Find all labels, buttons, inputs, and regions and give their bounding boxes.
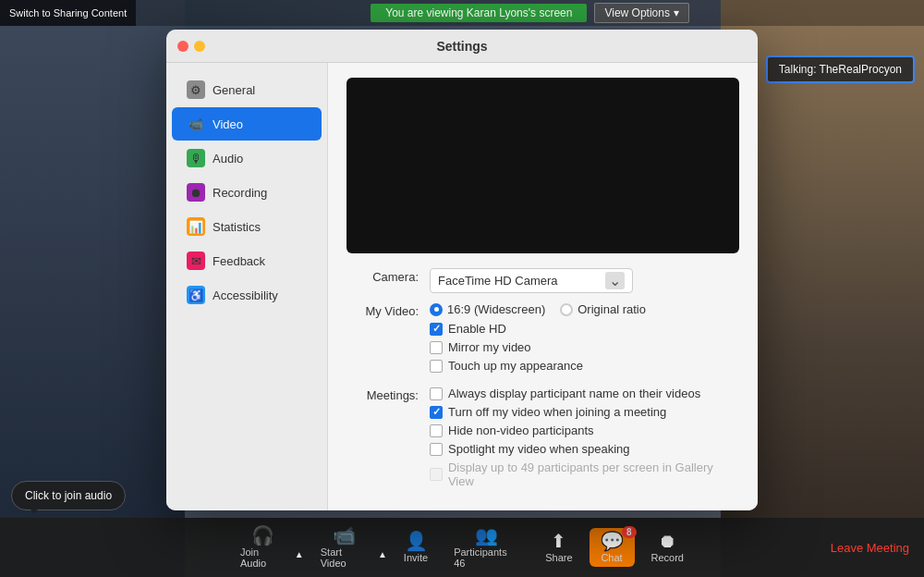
toolbar-right: Leave Meeting [831,541,909,555]
close-button[interactable] [177,41,188,52]
touch-up-label: Touch up my appearance [448,359,583,373]
view-options-button[interactable]: View Options ▾ [594,3,688,23]
talking-badge: Talking: TheRealProcyon [766,55,915,83]
camera-label: Camera: [346,268,430,284]
toolbar: 🎧 Join Audio ▲ 📹 Start Video ▲ 👤 Invite … [0,518,924,577]
share-label: Share [545,552,572,563]
settings-content: Camera: FaceTime HD Camera ⌄ My Video: [328,63,758,510]
meetings-row: Meetings: Always display participant nam… [346,387,739,493]
start-video-button[interactable]: 📹 Start Video [311,522,378,572]
mirror-video-option[interactable]: Mirror my video [430,340,739,354]
widescreen-option[interactable]: 16:9 (Widescreen) [430,302,545,316]
camera-select[interactable]: FaceTime HD Camera ⌄ [430,268,633,293]
share-icon: ⬆ [551,532,566,550]
sidebar-label-accessibility: Accessibility [213,288,278,302]
camera-select-text: FaceTime HD Camera [438,274,558,288]
sidebar-item-video[interactable]: 📹 Video [172,107,322,141]
invite-icon: 👤 [405,532,428,550]
meetings-label: Meetings: [346,387,430,402]
sidebar-label-feedback: Feedback [213,254,265,268]
sidebar-item-statistics[interactable]: 📊 Statistics [172,210,322,243]
original-ratio-label: Original ratio [578,302,646,316]
sidebar-item-general[interactable]: ⚙ General [172,73,322,106]
toolbar-center: 🎧 Join Audio ▲ 📹 Start Video ▲ 👤 Invite … [231,522,693,572]
spotlight-option[interactable]: Spotlight my video when speaking [430,442,739,456]
record-label: Record [651,552,684,563]
original-ratio-radio[interactable] [560,303,573,316]
my-video-row: My Video: 16:9 (Widescreen) O [346,302,739,377]
feedback-icon: ✉ [187,252,205,270]
record-icon: ⏺ [658,532,676,550]
chat-button[interactable]: 8 💬 Chat [590,528,635,567]
traffic-lights [177,41,205,52]
sidebar-item-audio[interactable]: 🎙 Audio [172,141,322,175]
display-name-option[interactable]: Always display participant name on their… [430,387,739,400]
gallery-view-checkbox [430,468,443,481]
sidebar-item-feedback[interactable]: ✉ Feedback [172,244,322,277]
invite-button[interactable]: 👤 Invite [395,528,437,567]
my-video-controls: 16:9 (Widescreen) Original ratio ✓ E [430,302,739,377]
sidebar-label-recording: Recording [213,186,267,200]
modal-body: ⚙ General 📹 Video 🎙 Audio ⏺ Recording 📊 [166,63,758,510]
participants-icon: 👥 [475,526,498,545]
gallery-view-label: Display up to 49 participants per screen… [448,460,739,488]
sidebar-label-audio: Audio [213,152,243,166]
join-audio-icon: 🎧 [251,526,274,545]
switch-sharing-button[interactable]: Switch to Sharing Content [0,0,136,26]
video-icon: 📹 [187,115,205,133]
recording-icon: ⏺ [187,183,205,202]
touch-up-option[interactable]: Touch up my appearance [430,359,739,373]
sidebar-item-accessibility[interactable]: ♿ Accessibility [172,278,322,312]
settings-sidebar: ⚙ General 📹 Video 🎙 Audio ⏺ Recording 📊 [166,63,328,510]
hide-non-video-option[interactable]: Hide non-video participants [430,424,739,437]
sidebar-label-general: General [213,83,255,97]
top-bar: Switch to Sharing Content You are viewin… [0,0,924,26]
turn-off-video-checkbox[interactable]: ✓ [430,406,443,419]
modal-title: Settings [436,39,487,54]
modal-titlebar: Settings [166,30,758,63]
accessibility-icon: ♿ [187,286,205,304]
mirror-video-checkbox[interactable] [430,341,443,354]
enable-hd-option[interactable]: ✓ Enable HD [430,322,739,336]
checkmark-2: ✓ [432,406,441,418]
my-video-label: My Video: [346,302,430,318]
chat-label: Chat [601,552,622,563]
mirror-video-label: Mirror my video [448,340,531,354]
original-ratio-option[interactable]: Original ratio [560,302,646,316]
video-preview [346,78,739,253]
radio-dot [434,307,439,312]
hide-non-video-checkbox[interactable] [430,424,443,437]
share-button[interactable]: ⬆ Share [536,528,581,567]
touch-up-checkbox[interactable] [430,360,443,373]
widescreen-radio[interactable] [430,303,443,316]
meetings-controls: Always display participant name on their… [430,387,739,493]
screen-indicator: You are viewing Karan Lyons's screen Vie… [136,3,924,23]
video-caret[interactable]: ▲ [378,549,387,572]
gallery-view-option: Display up to 49 participants per screen… [430,460,739,488]
participants-button[interactable]: 👥 Participants 46 [444,522,529,572]
enable-hd-label: Enable HD [448,322,506,336]
join-audio-button[interactable]: 🎧 Join Audio [231,522,295,572]
turn-off-video-option[interactable]: ✓ Turn off my video when joining a meeti… [430,405,739,419]
record-button[interactable]: ⏺ Record [642,528,693,567]
spotlight-checkbox[interactable] [430,443,443,456]
join-audio-bubble[interactable]: Click to join audio [11,481,126,510]
chat-icon: 💬 [601,532,624,550]
display-name-checkbox[interactable] [430,387,443,400]
sidebar-label-video: Video [213,117,243,131]
audio-icon: 🎙 [187,149,205,167]
spotlight-label: Spotlight my video when speaking [448,442,630,456]
audio-caret[interactable]: ▲ [295,549,304,572]
camera-row: Camera: FaceTime HD Camera ⌄ [346,268,739,293]
turn-off-video-label: Turn off my video when joining a meeting [448,405,666,419]
sidebar-item-recording[interactable]: ⏺ Recording [172,176,322,209]
enable-hd-checkbox[interactable]: ✓ [430,323,443,336]
general-icon: ⚙ [187,80,205,99]
widescreen-label: 16:9 (Widescreen) [447,302,545,316]
audio-btn-group: 🎧 Join Audio ▲ [231,522,304,572]
leave-meeting-button[interactable]: Leave Meeting [831,541,909,555]
display-name-label: Always display participant name on their… [448,387,700,400]
join-audio-label: Join Audio [240,546,286,569]
minimize-button[interactable] [194,41,205,52]
sidebar-label-statistics: Statistics [213,220,261,234]
